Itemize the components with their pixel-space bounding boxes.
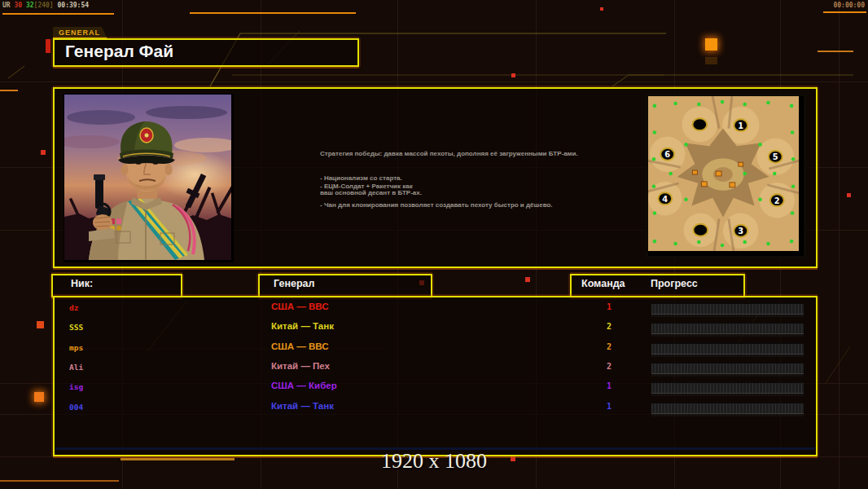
general-portrait-image: [64, 95, 231, 260]
decor-square: [46, 39, 50, 53]
progress-bar: [651, 343, 804, 355]
briefing-line: ваш основной десант в БТР-ах.: [320, 189, 422, 196]
grid-line: [839, 0, 840, 489]
decor-square: [705, 38, 717, 51]
player-row: dz США — ВВС 1: [55, 300, 816, 319]
progress-header-label: Прогресс: [651, 275, 698, 293]
player-team: 2: [602, 322, 616, 331]
player-row: 004 Китай — Танк 1: [55, 399, 816, 419]
team-header-label: Команда: [572, 275, 625, 293]
decor-square: [847, 193, 851, 197]
nick-header-label: Ник:: [53, 275, 93, 293]
decor-square: [34, 392, 44, 402]
svg-text:5: 5: [773, 152, 778, 161]
general-title-box: Генерал Фай: [53, 38, 359, 67]
accent-line: [818, 51, 853, 52]
svg-text:3: 3: [738, 227, 743, 236]
page-title: Генерал Фай: [55, 40, 357, 63]
svg-text:1: 1: [738, 121, 743, 130]
grid-line: [0, 82, 868, 82]
svg-text:2: 2: [774, 196, 780, 205]
progress-bar: [651, 363, 804, 374]
decor-square: [511, 456, 515, 461]
player-list-panel: dz США — ВВС 1 SSS Китай — Танк 2 mps СШ…: [53, 296, 818, 456]
column-header-nick: Ник:: [51, 274, 182, 297]
player-general: США — Кибер: [271, 381, 337, 390]
player-general: США — ВВС: [271, 302, 329, 311]
stat-clock: 00:39:54: [58, 2, 90, 9]
player-general: Китай — Танк: [271, 321, 334, 331]
player-team: 1: [602, 402, 616, 411]
player-team: 2: [602, 342, 616, 351]
decor-square: [525, 277, 530, 282]
general-tab: GENERAL: [53, 27, 107, 39]
briefing-line: Стратегия победы: давка массой пехоты, д…: [320, 150, 578, 157]
player-team: 1: [602, 302, 616, 311]
decor-square: [511, 73, 515, 77]
stat-red: 30: [14, 2, 22, 9]
player-nick: isg: [69, 382, 83, 391]
map-preview: 1 6 5 4 2 3: [646, 94, 806, 258]
stat-bracket: [240]: [34, 2, 54, 9]
player-team: 1: [602, 381, 616, 390]
general-info-panel: Стратегия победы: давка массой пехоты, д…: [53, 87, 818, 268]
decor-square: [41, 150, 46, 155]
player-team: 2: [602, 362, 616, 371]
svg-text:6: 6: [664, 150, 670, 159]
accent-line: [0, 480, 119, 482]
player-row: Ali Китай — Пех 2: [55, 359, 816, 379]
accent-line: [121, 458, 235, 460]
column-header-general: Генерал: [258, 274, 432, 297]
stat-green: 32: [26, 2, 34, 9]
decor-square: [600, 7, 603, 11]
game-timer: 00:00:00: [833, 2, 865, 9]
player-row: mps США — ВВС 2: [55, 340, 816, 359]
progress-bar: [651, 382, 804, 394]
loading-screen: UR 30 32[240] 00:39:54 00:00:00 GENERAL …: [0, 0, 868, 489]
map-preview-image: 1 6 5 4 2 3: [648, 96, 799, 251]
player-general: Китай — Пех: [271, 361, 330, 371]
player-nick: dz: [69, 303, 78, 312]
strategy-briefing: Стратегия победы: давка массой пехоты, д…: [320, 150, 623, 223]
column-header-team-progress: Команда Прогресс: [570, 274, 745, 297]
decor-square: [37, 321, 44, 328]
general-header-label: Генерал: [260, 275, 314, 293]
player-nick: mps: [69, 343, 83, 352]
player-general: Китай — Танк: [271, 401, 334, 411]
player-nick: SSS: [69, 323, 83, 332]
player-row: SSS Китай — Танк 2: [55, 319, 816, 339]
player-nick: 004: [69, 403, 83, 412]
player-row: isg США — Кибер 1: [55, 379, 816, 399]
resolution-label: 1920 x 1080: [381, 449, 487, 474]
progress-bar: [651, 303, 804, 315]
accent-line: [190, 12, 356, 14]
accent-line: [823, 11, 866, 13]
stat-label: UR: [2, 2, 11, 9]
accent-line: [0, 90, 18, 91]
briefing-line: - Чан для клонирования позволяет создава…: [320, 201, 553, 209]
debug-stats: UR 30 32[240] 00:39:54: [2, 2, 89, 9]
decor-square: [705, 57, 717, 64]
progress-bar: [651, 323, 804, 334]
accent-line: [2, 13, 114, 15]
player-nick: Ali: [69, 363, 83, 372]
player-general: США — ВВС: [271, 341, 329, 351]
briefing-line: - Национализм со старта.: [320, 174, 402, 182]
general-portrait: [64, 94, 234, 262]
svg-text:4: 4: [662, 195, 668, 204]
progress-bar: [651, 403, 804, 414]
